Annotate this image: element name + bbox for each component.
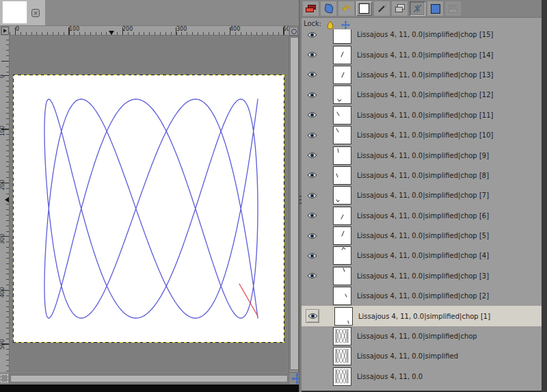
- visibility-toggle[interactable]: [306, 309, 319, 323]
- layer-thumbnail[interactable]: [333, 126, 351, 144]
- eye-icon: [307, 51, 317, 58]
- layer-row[interactable]: Lissajous 4, 11, 0.0|simplified|chop [4]: [302, 246, 542, 265]
- layer-thumbnail[interactable]: [334, 307, 353, 326]
- layer-name: Lissajous 4, 11, 0.0|simplified|chop [7]: [357, 192, 489, 199]
- layers-dialog-icon[interactable]: [303, 1, 319, 16]
- layer-row[interactable]: Lissajous 4, 11, 0.0|simplified|chop [9]: [302, 145, 542, 165]
- quick-mask-toggle-icon[interactable]: [1, 374, 8, 382]
- layer-row[interactable]: Lissajous 4, 11, 0.0|simplified|chop [5]: [302, 226, 542, 246]
- image-tab-bar: ×: [0, 0, 299, 26]
- visibility-toggle[interactable]: [306, 29, 318, 41]
- layer-thumbnail[interactable]: [333, 146, 351, 165]
- layer-thumbnail[interactable]: [333, 86, 351, 104]
- zoom-follow-window-icon[interactable]: [289, 27, 298, 36]
- brushes-dialog-icon[interactable]: [321, 1, 336, 16]
- layer-row[interactable]: Lissajous 4, 11, 0.0|simplified|chop [13…: [302, 65, 542, 85]
- layer-row[interactable]: Lissajous 4, 11, 0.0|simplified|chop: [302, 326, 542, 346]
- pointer-position-marker: [5, 197, 9, 202]
- pointer-position-marker: [109, 31, 114, 35]
- ruler-label: 300: [0, 234, 5, 244]
- visibility-toggle[interactable]: [306, 250, 318, 262]
- layer-thumbnail[interactable]: [333, 166, 351, 185]
- layer-row[interactable]: Lissajous 4, 11, 0.0|simplified|chop [8]: [302, 166, 542, 185]
- status-strip: [0, 384, 299, 392]
- close-icon[interactable]: ×: [31, 9, 40, 17]
- layer-thumbnail[interactable]: [333, 287, 351, 305]
- visibility-toggle[interactable]: [306, 270, 318, 282]
- layer-row[interactable]: Lissajous 4, 11, 0.0|simplified|chop [10…: [302, 125, 542, 145]
- layer-thumbnail[interactable]: [333, 367, 351, 386]
- layer-row[interactable]: Lissajous 4, 11, 0.0|simplified: [302, 346, 542, 366]
- layer-name: Lissajous 4, 11, 0.0|simplified|chop [13…: [357, 71, 493, 79]
- layer-thumbnail[interactable]: [333, 29, 351, 44]
- tool-options-icon[interactable]: [410, 1, 425, 16]
- layer-row[interactable]: Lissajous 4, 11, 0.0|simplified|chop [1]: [302, 306, 542, 326]
- visibility-toggle[interactable]: [306, 49, 318, 61]
- layer-row[interactable]: Lissajous 4, 11, 0.0|simplified|chop [14…: [302, 44, 542, 64]
- image-tab[interactable]: ×: [0, 0, 45, 25]
- horizontal-scrollbar[interactable]: [9, 374, 289, 384]
- ruler-label: 500: [0, 339, 5, 350]
- layer-row[interactable]: Lissajous 4, 11, 0.0|simplified|chop [11…: [302, 105, 542, 125]
- undo-history-icon[interactable]: ↶: [338, 1, 354, 16]
- ruler-label: 0: [0, 75, 5, 78]
- visibility-toggle[interactable]: [306, 149, 318, 161]
- layer-row[interactable]: Lissajous 4, 11, 0.0|simplified|chop [7]: [302, 185, 542, 205]
- eye-icon: [307, 92, 317, 99]
- visibility-toggle[interactable]: [306, 230, 318, 242]
- visibility-toggle[interactable]: [306, 330, 318, 343]
- layer-thumbnail[interactable]: [333, 246, 351, 265]
- document-thumbnail-icon[interactable]: [356, 1, 372, 16]
- vertical-scrollbar-thumb[interactable]: [290, 37, 299, 370]
- layer-row[interactable]: Lissajous 4, 11, 0.0: [302, 367, 542, 387]
- layer-name: Lissajous 4, 11, 0.0: [357, 373, 423, 380]
- layer-thumbnail[interactable]: [333, 106, 351, 125]
- layer-thumbnail[interactable]: [333, 66, 351, 84]
- layer-thumbnail[interactable]: [333, 207, 351, 225]
- layer-thumbnail[interactable]: [333, 186, 351, 205]
- paintbrush-icon[interactable]: [374, 1, 390, 16]
- ruler-label: 100: [69, 26, 79, 32]
- visibility-toggle[interactable]: [306, 68, 318, 81]
- visibility-toggle[interactable]: [306, 350, 318, 363]
- eye-icon: [307, 272, 317, 279]
- eye-icon: [307, 152, 317, 159]
- layer-row[interactable]: Lissajous 4, 11, 0.0|simplified|chop [12…: [302, 85, 542, 105]
- layer-row[interactable]: Lissajous 4, 11, 0.0|simplified|chop [6]: [302, 206, 542, 226]
- layer-list: Lissajous 4, 11, 0.0|simplified|chop [15…: [302, 29, 542, 388]
- visibility-toggle[interactable]: [306, 169, 318, 181]
- layer-row[interactable]: Lissajous 4, 11, 0.0|simplified|chop [15…: [302, 29, 542, 44]
- dock-tab-toolbar: ↶PA: [302, 0, 542, 18]
- layer-thumbnail[interactable]: [333, 46, 351, 64]
- lock-row: Lock:: [302, 18, 542, 29]
- layer-name: Lissajous 4, 11, 0.0|simplified|chop [1]: [358, 313, 490, 320]
- visibility-toggle[interactable]: [306, 290, 318, 302]
- layer-thumbnail[interactable]: [333, 267, 351, 285]
- visibility-toggle[interactable]: [306, 89, 318, 101]
- eye-icon: [307, 212, 317, 219]
- channels-dialog-icon[interactable]: [427, 1, 443, 16]
- eye-icon: [307, 132, 317, 139]
- visibility-toggle[interactable]: [306, 109, 318, 121]
- visibility-toggle[interactable]: [306, 129, 318, 142]
- layer-name: Lissajous 4, 11, 0.0|simplified|chop [5]: [357, 232, 489, 239]
- vertical-scrollbar[interactable]: [289, 36, 299, 373]
- images-dialog-icon[interactable]: [392, 1, 408, 16]
- layer-thumbnail[interactable]: [333, 226, 351, 245]
- horizontal-scrollbar-thumb[interactable]: [10, 375, 288, 382]
- horizontal-ruler: 0100200300400500: [10, 26, 289, 36]
- layer-row[interactable]: Lissajous 4, 11, 0.0|simplified|chop [3]: [302, 266, 542, 286]
- paths-dialog-icon[interactable]: PA: [445, 1, 461, 16]
- layers-dock: ↶PA Lock: Lissajous 4, 11, 0.0|simplifie: [302, 0, 547, 392]
- image-canvas[interactable]: [14, 75, 284, 342]
- visibility-toggle[interactable]: [306, 209, 318, 222]
- layer-thumbnail[interactable]: [333, 347, 351, 365]
- eye-icon: [307, 31, 317, 38]
- canvas-viewport[interactable]: [10, 36, 289, 373]
- layer-row[interactable]: Lissajous 4, 11, 0.0|simplified|chop [2]: [302, 286, 542, 306]
- ruler-menu-button[interactable]: [1, 27, 9, 35]
- layer-thumbnail[interactable]: [333, 327, 351, 345]
- visibility-toggle[interactable]: [306, 190, 318, 202]
- image-window: × 0100200300400500 0100200300400500: [0, 0, 299, 392]
- visibility-toggle[interactable]: [306, 370, 318, 382]
